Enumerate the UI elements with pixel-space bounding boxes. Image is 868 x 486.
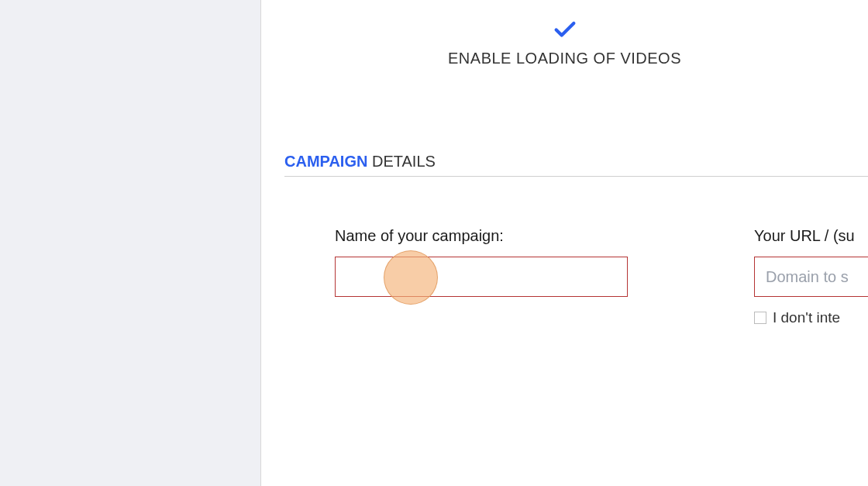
main-content: ENABLE LOADING OF VIDEOS CAMPAIGN DETAIL… xyxy=(261,0,868,486)
campaign-name-input[interactable] xyxy=(335,257,628,297)
section-header: CAMPAIGN DETAILS xyxy=(284,153,868,177)
enable-videos-prompt[interactable]: ENABLE LOADING OF VIDEOS xyxy=(261,16,868,67)
campaign-name-label: Name of your campaign: xyxy=(335,227,628,245)
form-group-campaign-name: Name of your campaign: xyxy=(335,227,628,326)
no-intent-label: I don't inte xyxy=(773,309,840,326)
check-icon xyxy=(552,16,578,50)
no-intent-row: I don't inte xyxy=(754,309,868,326)
section-title-rest: DETAILS xyxy=(367,153,435,170)
no-intent-checkbox[interactable] xyxy=(754,312,766,324)
enable-videos-label: ENABLE LOADING OF VIDEOS xyxy=(448,50,681,67)
url-input[interactable] xyxy=(754,257,868,297)
sidebar xyxy=(0,0,261,486)
form-row: Name of your campaign: Your URL / (su I … xyxy=(261,227,868,326)
section-title: CAMPAIGN DETAILS xyxy=(284,153,868,177)
form-group-url: Your URL / (su I don't inte xyxy=(754,227,868,326)
url-label: Your URL / (su xyxy=(754,227,868,245)
section-title-highlight: CAMPAIGN xyxy=(284,153,367,170)
